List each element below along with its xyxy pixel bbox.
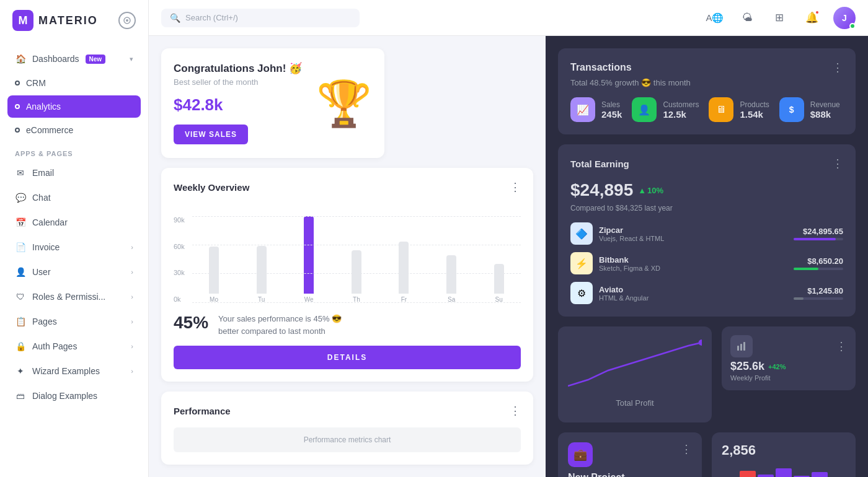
sidebar-item-crm[interactable]: CRM [7, 72, 141, 94]
chat-icon: 💬 [15, 192, 26, 203]
bar-fr [399, 242, 409, 294]
sidebar-item-label: Dialog Examples [32, 391, 97, 401]
svg-rect-5 [743, 342, 745, 351]
main-area: 🔍 Search (Ctrl+/) A🌐 🌤 ⊞ 🔔 J [149, 0, 868, 477]
transactions-emoji: 😎 [641, 78, 651, 87]
wizard-icon: ✦ [15, 365, 26, 377]
customers-value: 12.5k [663, 109, 699, 120]
transactions-more-button[interactable]: ⋮ [832, 61, 843, 74]
lock-icon: 🔒 [15, 341, 26, 352]
profit-icon [730, 335, 753, 357]
sidebar: M MATERIO 🏠 Dashboards New ▾ CRM Analyti… [0, 0, 149, 477]
sidebar-item-label: Email [32, 168, 54, 178]
performance-more-button[interactable]: ⋮ [510, 404, 521, 418]
counter-bar-chart [722, 463, 846, 477]
bar-label-tu: Tu [258, 296, 265, 303]
sidebar-item-invoice[interactable]: 📄 Invoice › [7, 235, 141, 259]
zipcar-amount: $24,895.65 [794, 227, 843, 236]
user-avatar[interactable]: J [833, 7, 856, 29]
total-earning-card: Total Earning ⋮ $24,895 ▲ 10% Compared t… [558, 144, 856, 317]
sidebar-item-analytics[interactable]: Analytics [7, 95, 141, 118]
bar-label-sa: Sa [448, 296, 455, 303]
counter-card: 2,856 [712, 432, 856, 477]
tx-stat-customers: 👤 Customers 12.5k [632, 97, 699, 122]
sidebar-item-chat[interactable]: 💬 Chat [7, 186, 141, 209]
tx-stat-sales: 📈 Sales 245k [570, 97, 622, 122]
weekly-profit-more-button[interactable]: ⋮ [836, 339, 847, 353]
sidebar-item-auth[interactable]: 🔒 Auth Pages › [7, 335, 141, 358]
translate-icon: A🌐 [706, 12, 724, 24]
bar-group-mo: Mo [192, 216, 236, 303]
bar-label-we: We [304, 296, 314, 303]
total-earning-more-button[interactable]: ⋮ [832, 157, 843, 170]
transactions-subtitle: Total 48.5% growth 😎 this month [570, 78, 843, 87]
profit-counter-row: Total Profit ⋮ $25.6k +42% [558, 326, 856, 422]
details-button[interactable]: DETAILS [174, 346, 521, 369]
sidebar-item-label: Wizard Examples [32, 366, 100, 376]
calendar-icon: 📅 [15, 217, 26, 228]
sidebar-item-dialog[interactable]: 🗃 Dialog Examples [7, 384, 141, 408]
sidebar-item-calendar[interactable]: 📅 Calendar [7, 211, 141, 234]
sidebar-item-dashboards[interactable]: 🏠 Dashboards New ▾ [7, 47, 141, 71]
performance-placeholder: Performance metrics chart [304, 435, 391, 444]
sidebar-toggle-button[interactable] [118, 12, 136, 29]
profit-sub-cards: ⋮ $25.6k +42% Weekly Profit [722, 326, 856, 422]
chevron-right-icon: › [131, 268, 133, 276]
chevron-right-icon: › [131, 367, 133, 375]
circle-icon [15, 81, 20, 85]
view-sales-button[interactable]: VIEW SALES [174, 125, 248, 144]
weekly-more-button[interactable]: ⋮ [510, 180, 521, 194]
section-label-apps: APPS & PAGES [7, 142, 141, 161]
products-icon: 🖥 [709, 97, 733, 122]
sidebar-nav: 🏠 Dashboards New ▾ CRM Analytics eCommer… [0, 41, 148, 477]
zipcar-sub: Vuejs, React & HTML [599, 235, 787, 242]
bar-su [494, 264, 504, 294]
bar-group-tu: Tu [239, 216, 283, 303]
theme-button[interactable]: 🌤 [737, 7, 758, 28]
sidebar-item-email[interactable]: ✉ Email [7, 161, 141, 185]
bitbank-icon: ⚡ [570, 252, 593, 274]
customers-label: Customers [663, 100, 699, 109]
translate-button[interactable]: A🌐 [704, 7, 725, 28]
chart-y-label-90k: 90k [174, 216, 185, 224]
sidebar-item-wizard[interactable]: ✦ Wizard Examples › [7, 359, 141, 383]
mini-bar-6 [812, 472, 828, 477]
bar-group-sa: Sa [430, 216, 474, 303]
sidebar-item-label: Calendar [32, 217, 68, 227]
aviato-sub: HTML & Angular [599, 294, 787, 302]
sidebar-item-pages[interactable]: 📋 Pages › [7, 310, 141, 333]
header: 🔍 Search (Ctrl+/) A🌐 🌤 ⊞ 🔔 J [149, 0, 868, 36]
sidebar-item-roles[interactable]: 🛡 Roles & Permissi... › [7, 285, 141, 309]
sidebar-item-label: Pages [32, 317, 57, 326]
svg-point-1 [126, 19, 128, 22]
bar-label-mo: Mo [210, 296, 218, 303]
new-project-card: 💼 ⋮ New Project 862 -18% Ye... [558, 432, 702, 477]
tx-stat-revenue: $ Revenue $88k [779, 97, 840, 122]
counter-value: 2,856 [722, 442, 846, 458]
notification-button[interactable]: 🔔 [801, 7, 822, 28]
bitbank-sub: Sketch, Figma & XD [599, 265, 787, 272]
chart-y-label-30k: 30k [174, 269, 185, 276]
congrats-content: Congratulations John! 🥳 Best seller of t… [174, 62, 302, 144]
sidebar-item-user[interactable]: 👤 User › [7, 260, 141, 284]
sales-label: Sales [601, 100, 622, 109]
invoice-icon: 📄 [15, 242, 26, 253]
weekly-overview-title: Weekly Overview [174, 182, 249, 193]
sidebar-item-ecommerce[interactable]: eCommerce [7, 119, 141, 141]
transactions-title: Transactions [570, 62, 632, 73]
sidebar-logo: M MATERIO [0, 0, 148, 41]
new-badge: New [86, 55, 106, 64]
aviato-icon: ⚙ [570, 282, 593, 304]
grid-button[interactable]: ⊞ [769, 7, 790, 28]
products-value: 1.54k [740, 109, 769, 120]
weekly-profit-label: Weekly Profit [730, 374, 847, 382]
notification-dot [815, 10, 820, 15]
chevron-right-icon: › [131, 293, 133, 300]
mini-bar-4 [776, 468, 792, 477]
performance-title: Performance [174, 406, 231, 416]
svg-rect-4 [740, 344, 742, 351]
new-project-more-button[interactable]: ⋮ [681, 442, 692, 456]
bar-we [304, 216, 314, 294]
weekly-percentage: 45% [174, 313, 208, 333]
search-box[interactable]: 🔍 Search (Ctrl+/) [161, 9, 360, 27]
